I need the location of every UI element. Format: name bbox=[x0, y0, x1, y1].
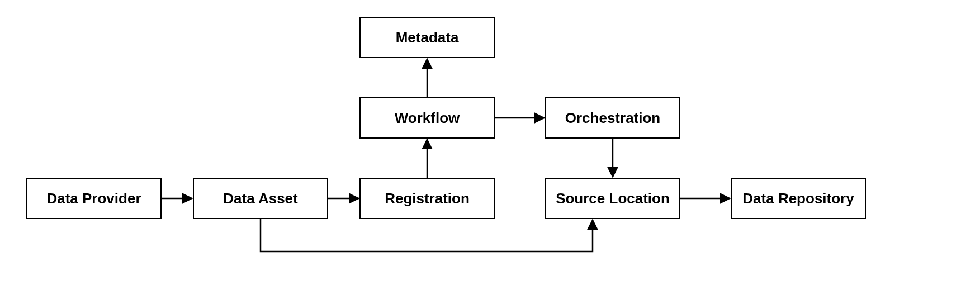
node-orchestration: Orchestration bbox=[546, 98, 680, 138]
node-data-provider: Data Provider bbox=[27, 178, 161, 218]
node-label: Data Repository bbox=[742, 190, 854, 207]
node-data-asset: Data Asset bbox=[193, 178, 328, 218]
node-source-location: Source Location bbox=[546, 178, 680, 218]
node-label: Data Asset bbox=[223, 190, 298, 207]
node-label: Registration bbox=[385, 190, 470, 207]
flow-diagram: Data Provider Data Asset Registration Wo… bbox=[0, 0, 980, 285]
node-workflow: Workflow bbox=[360, 98, 494, 138]
node-label: Orchestration bbox=[565, 110, 661, 126]
node-label: Workflow bbox=[395, 110, 460, 126]
node-metadata: Metadata bbox=[360, 17, 494, 58]
node-registration: Registration bbox=[360, 178, 494, 218]
node-label: Data Provider bbox=[46, 190, 141, 207]
node-label: Source Location bbox=[556, 190, 670, 207]
edge-dataasset-sourcelocation bbox=[261, 218, 593, 251]
node-label: Metadata bbox=[396, 29, 459, 46]
node-data-repository: Data Repository bbox=[731, 178, 865, 218]
